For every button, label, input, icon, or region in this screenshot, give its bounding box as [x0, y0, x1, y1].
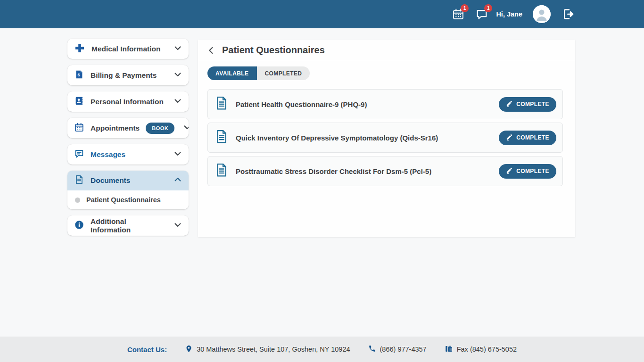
phone-icon: [368, 345, 376, 354]
page-title: Patient Questionnaires: [222, 45, 325, 56]
questionnaire-row: Posttraumatic Stress Disorder Checklist …: [207, 156, 563, 186]
messages-chat-icon: [74, 148, 84, 161]
sidebar-item-label: Additional Information: [91, 217, 167, 234]
complete-button[interactable]: COMPLETE: [499, 164, 556, 179]
sidebar-item-personal-information[interactable]: Personal Information: [67, 91, 189, 112]
sidebar-item-documents[interactable]: Documents: [67, 171, 189, 190]
chevron-down-icon: [173, 220, 182, 231]
fax-icon: [445, 345, 453, 354]
id-card-icon: [74, 96, 84, 108]
tab-available[interactable]: AVAILABLE: [207, 66, 257, 80]
complete-button-label: COMPLETE: [516, 134, 549, 141]
book-appointment-button[interactable]: BOOK: [146, 123, 174, 134]
pencil-icon: [506, 167, 513, 175]
sidebar-item-billing-payments[interactable]: $ Billing & Payments: [67, 65, 189, 85]
header-messages-button[interactable]: 1: [475, 8, 488, 21]
sidebar-item-label: Documents: [91, 176, 167, 185]
sidebar-item-medical-information[interactable]: Medical Information: [67, 39, 189, 59]
svg-text:$: $: [77, 72, 80, 77]
chevron-down-icon: [173, 70, 182, 81]
file-document-icon: [215, 163, 229, 180]
appointments-calendar-icon: [74, 122, 84, 134]
pencil-icon: [506, 100, 513, 108]
complete-button-label: COMPLETE: [516, 168, 549, 174]
pencil-icon: [506, 133, 513, 142]
chat-bubble-icon: [475, 14, 488, 22]
user-greeting: Hi, Jane: [496, 10, 522, 18]
sidebar: Medical Information $ Billing & Payments: [67, 39, 189, 236]
footer-fax-text: Fax (845) 675-5052: [457, 346, 517, 353]
questionnaire-title: Patient Health Questionnaire-9 (PHQ-9): [236, 100, 492, 108]
footer-address-text: 30 Matthews Street, Suite 107, Goshen, N…: [197, 346, 350, 353]
footer-fax: Fax (845) 675-5052: [445, 345, 517, 354]
header-calendar-button[interactable]: 1: [452, 8, 465, 21]
sidebar-group-documents: Documents Patient Questionnaires: [67, 171, 189, 209]
chat-notification-badge: 1: [484, 4, 492, 12]
billing-dollar-document-icon: $: [74, 69, 84, 82]
footer-phone: (866) 977-4357: [368, 345, 427, 354]
avatar[interactable]: [533, 5, 551, 23]
chevron-down-icon: [173, 149, 182, 160]
footer-address: 30 Matthews Street, Suite 107, Goshen, N…: [185, 344, 350, 355]
sidebar-item-label: Personal Information: [91, 98, 167, 106]
sidebar-item-additional-information[interactable]: Additional Information: [67, 215, 189, 236]
complete-button[interactable]: COMPLETE: [499, 97, 556, 112]
sidebar-subitem-patient-questionnaires[interactable]: Patient Questionnaires: [67, 190, 189, 209]
main-panel-header: Patient Questionnaires: [198, 40, 575, 61]
bullet-dot-icon: [75, 197, 80, 203]
tab-completed[interactable]: COMPLETED: [257, 66, 310, 80]
questionnaire-row: Patient Health Questionnaire-9 (PHQ-9) C…: [207, 89, 563, 119]
sidebar-subitem-label: Patient Questionnaires: [86, 196, 161, 204]
questionnaire-row: Quick Inventory Of Depressive Symptomato…: [207, 123, 563, 153]
chevron-down-icon: [182, 123, 189, 134]
top-header-bar: 1 1 Hi, Jane: [0, 0, 644, 28]
logout-button[interactable]: [561, 7, 575, 21]
sidebar-item-messages[interactable]: Messages: [67, 144, 189, 165]
questionnaire-title: Posttraumatic Stress Disorder Checklist …: [236, 167, 492, 175]
sidebar-item-label: Messages: [91, 150, 167, 159]
file-document-icon: [215, 96, 229, 113]
back-button[interactable]: [206, 45, 216, 56]
info-icon: [74, 220, 84, 232]
sidebar-item-label: Billing & Payments: [91, 71, 167, 80]
chevron-down-icon: [173, 96, 182, 107]
calendar-icon: [452, 14, 465, 22]
documents-file-icon: [74, 174, 84, 187]
sidebar-item-label: Appointments: [91, 124, 140, 132]
medical-plus-icon: [74, 42, 85, 56]
main-panel: Patient Questionnaires AVAILABLE COMPLET…: [198, 40, 575, 237]
footer: Contact Us: 30 Matthews Street, Suite 10…: [0, 337, 644, 362]
footer-phone-text: (866) 977-4357: [380, 346, 427, 353]
complete-button-label: COMPLETE: [516, 101, 549, 107]
questionnaire-title: Quick Inventory Of Depressive Symptomato…: [236, 134, 492, 142]
questionnaire-list: Patient Health Questionnaire-9 (PHQ-9) C…: [198, 80, 575, 186]
chevron-down-icon: [173, 43, 182, 55]
contact-us-label: Contact Us:: [127, 346, 167, 354]
location-pin-icon: [185, 344, 193, 355]
sidebar-item-label: Medical Information: [91, 45, 167, 53]
calendar-notification-badge: 1: [461, 4, 469, 12]
complete-button[interactable]: COMPLETE: [499, 131, 556, 145]
sidebar-item-appointments[interactable]: Appointments BOOK: [67, 118, 189, 138]
tab-group: AVAILABLE COMPLETED: [207, 66, 310, 80]
chevron-up-icon: [173, 175, 182, 186]
file-document-icon: [215, 129, 229, 146]
